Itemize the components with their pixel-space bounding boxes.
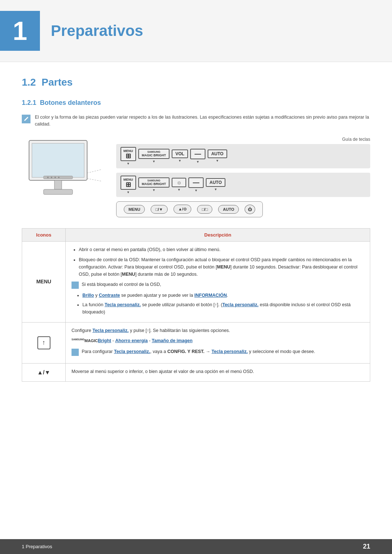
samsung-bright-box: SAMSUNG MAGIC BRIGHT [138,149,170,159]
table-row-2: ↑ Configure Tecla personaliz. y pulse [↑… [22,322,370,363]
note-text: El color y la forma de las piezas pueden… [35,114,370,128]
desc-cell-up: Configure Tecla personaliz. y pulse [↑].… [66,322,370,363]
svg-point-8 [58,177,60,178]
magic-bright-options: MAGIC [85,338,98,343]
subsection-title: 1.2.1 Botones delanteros [22,99,370,107]
chapter-title: Preparativos [51,22,143,40]
svg-rect-3 [44,189,73,194]
btn-auto-2: AUTO ▼ [206,178,225,191]
dash-box: — [190,149,205,159]
table-note-2: Para configurar Tecla personaliz., vaya … [72,348,364,356]
svg-rect-2 [54,180,62,189]
arrow-down-10: ▼ [214,188,217,191]
note-icon [22,115,30,123]
arrow-down-8: ▼ [177,188,181,192]
table-note-text-2: Para configurar Tecla personaliz., vaya … [82,348,315,355]
arrow-down-2: ▼ [152,160,155,163]
brillo-link[interactable]: Brillo [82,293,94,298]
samsung-superscript: SAMSUNG [72,338,85,340]
arrow-down-9: ▼ [195,189,198,192]
table-header-icons: Iconos [22,228,66,241]
brightness-box: ☼ [172,178,186,187]
auto-box-2: AUTO [206,178,225,187]
info-table: Iconos Descripción MENU Abrir o cerrar e… [22,228,370,382]
configure-text: Configure Tecla personaliz. y pulse [↑].… [72,327,364,334]
page-footer: 1 Preparativos 21 [0,539,392,554]
btn-samsung-1: SAMSUNG MAGIC BRIGHT ▼ [138,149,170,163]
tamano-imagen-link[interactable]: Tamaño de imagen [152,338,192,343]
sub-bullet-list: Brillo y Contraste se pueden ajustar y s… [72,292,364,316]
chapter-number: 1 [0,11,40,51]
arrow-down-4: ▼ [196,160,199,164]
samsung-bright-box-2: SAMSUNG MAGIC BRIGHT [138,177,170,188]
tecla-personaliz-link-2[interactable]: Tecla personaliz. [222,302,258,307]
arrow-down-3: ▼ [178,159,181,163]
menu-icon-label: MENU [36,279,51,284]
monitor-sketch [22,137,109,210]
ahorro-energia-link[interactable]: Ahorro energía [115,338,148,343]
phys-squares-btn: □/□ [197,205,212,214]
magic-bright-link[interactable]: Bright [98,338,111,343]
up-down-arrows-icon: ▲/▼ [37,369,50,376]
svg-point-7 [54,177,56,178]
phys-auto-btn: AUTO [218,205,239,214]
footer-page-number: 21 [363,543,370,550]
key-guide-label: Guía de teclas [116,137,370,142]
menu-button-box: MENU ⊞ [121,147,136,161]
phys-menu-btn: MENU [124,205,145,214]
phys-triangle-circle-btn: ▲/⊙ [173,205,191,214]
tecla-personaliz-link-3[interactable]: Tecla personaliz. [93,328,129,333]
svg-point-6 [51,177,52,178]
icon-cell-arrows: ▲/▼ [22,363,66,382]
tecla-personaliz-link-1[interactable]: Tecla personaliz. [105,302,141,307]
btn-brightness: ☼ ▼ [172,178,186,192]
informacion-link[interactable]: INFORMACIÓN [195,293,227,298]
contraste-link[interactable]: Contraste [99,293,120,298]
diagram-area: Guía de teclas MENU ⊞ ▼ SAMSUNG MAGIC BR… [22,137,370,217]
svg-line-9 [87,166,102,173]
btn-auto-1: AUTO ▼ [208,149,227,163]
button-row-1: MENU ⊞ ▼ SAMSUNG MAGIC BRIGHT ▼ VOL [116,144,370,168]
table-note-1: Si está bloqueado el control de la OSD, [72,281,364,289]
table-row-3: ▲/▼ Moverse al menú superior o inferior,… [22,363,370,382]
desc-cell-menu: Abrir o cerrar el menú en pantalla (OSD)… [66,241,370,322]
arrow-down-6: ▼ [127,190,130,194]
svg-line-10 [87,178,102,184]
svg-point-5 [47,177,49,178]
phys-square-down-btn: □/▼ [151,205,168,214]
section-title: 1.2 Partes [22,77,370,88]
up-arrow-icon: ↑ [42,337,45,348]
tecla-personaliz-link-4[interactable]: Tecla personaliz. [114,349,150,354]
pencil-icon [23,116,29,122]
btn-dash-2: — ▼ [188,177,204,192]
menu-button-box-2: MENU ⊞ [121,176,136,190]
bullet-list-menu: Abrir o cerrar el menú en pantalla (OSD)… [72,246,364,278]
bullet-item-1: Abrir o cerrar el menú en pantalla (OSD)… [79,246,364,253]
btn-menu-1: MENU ⊞ ▼ [121,147,136,165]
phys-power-btn: ⏻ [245,205,255,214]
content-area: 1.2 Partes 1.2.1 Botones delanteros El c… [0,77,392,382]
table-note-text-1: Si está bloqueado el control de la OSD, [82,281,161,288]
bullet-item-2: Bloqueo de control de la OSD: Mantener l… [79,256,364,278]
arrow-down-7: ▼ [152,188,155,192]
table-row: MENU Abrir o cerrar el menú en pantalla … [22,241,370,322]
note-box: El color y la forma de las piezas pueden… [22,114,370,128]
sub-bullet-2: La función Tecla personaliz. se puede ut… [82,301,364,316]
auto-box: AUTO [208,149,227,158]
btn-samsung-2: SAMSUNG MAGIC BRIGHT ▼ [138,177,170,192]
btn-vol: VOL ▼ [172,149,188,163]
tecla-personaliz-link-5[interactable]: Tecla personaliz. [212,349,248,354]
up-icon-box: ↑ [37,336,50,349]
svg-rect-1 [32,143,84,177]
samsung-options: SAMSUNGMAGICBright - Ahorro energía - Ta… [72,337,364,344]
dash-box-2: — [188,177,204,188]
arrow-down-5: ▼ [216,159,219,163]
physical-buttons-row: MENU □/▼ ▲/⊙ □/□ AUTO ⏻ [116,201,263,217]
table-note-icon-2 [72,349,79,356]
table-note-icon-1 [72,282,79,289]
move-menu-text: Moverse al menú superior o inferior, o b… [72,368,364,375]
monitor-svg [22,137,102,209]
footer-chapter-label: 1 Preparativos [22,544,52,549]
table-header-desc: Descripción [66,228,370,241]
desc-cell-arrows: Moverse al menú superior o inferior, o b… [66,363,370,382]
